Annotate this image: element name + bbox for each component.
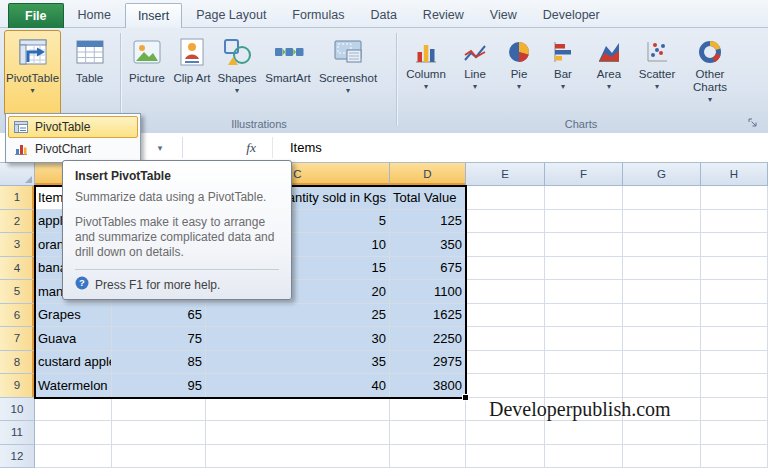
column-header-h[interactable]: H (701, 163, 768, 186)
cell-e12[interactable] (466, 445, 545, 469)
cell-f4[interactable] (545, 257, 623, 281)
column-button[interactable]: Column▾ (400, 30, 452, 116)
cell-c6[interactable]: 25 (206, 304, 390, 328)
cell-d4[interactable]: 675 (390, 257, 466, 281)
cell-e5[interactable] (466, 280, 545, 304)
scatter-button[interactable]: Scatter▾ (632, 30, 682, 116)
cell-b8[interactable]: 85 (112, 351, 206, 375)
cell-f6[interactable] (545, 304, 623, 328)
cell-h9[interactable] (701, 374, 768, 398)
table-button[interactable]: Table (61, 30, 118, 116)
picture-button[interactable]: Picture (124, 30, 170, 116)
menu-item-pivottable[interactable]: PivotTable (8, 116, 138, 138)
shapes-button[interactable]: Shapes▾ (214, 30, 260, 116)
column-header-d[interactable]: D (390, 163, 466, 186)
smartart-button[interactable]: SmartArt (260, 30, 316, 116)
insert-function-button[interactable]: fx (238, 138, 264, 157)
cell-e8[interactable] (466, 351, 545, 375)
cell-a6[interactable]: Grapes (35, 304, 112, 328)
formula-input[interactable]: Items (290, 133, 322, 162)
cell-h6[interactable] (701, 304, 768, 328)
pivottable-button[interactable]: PivotTable▾ (4, 30, 61, 116)
cell-g11[interactable] (623, 421, 701, 445)
row-header-5[interactable]: 5 (0, 280, 35, 304)
cell-g5[interactable] (623, 280, 701, 304)
cell-g8[interactable] (623, 351, 701, 375)
fill-handle[interactable] (462, 394, 469, 401)
cell-b11[interactable] (112, 421, 206, 445)
column-header-f[interactable]: F (545, 163, 623, 186)
other-charts-button[interactable]: Other Charts▾ (682, 30, 738, 116)
row-header-10[interactable]: 10 (0, 398, 35, 422)
row-header-11[interactable]: 11 (0, 421, 35, 445)
cell-e1[interactable] (466, 186, 545, 210)
screenshot-button[interactable]: Screenshot▾ (316, 30, 380, 116)
bar-button[interactable]: Bar▾ (540, 30, 586, 116)
column-header-g[interactable]: G (623, 163, 701, 186)
cell-e4[interactable] (466, 257, 545, 281)
cell-d8[interactable]: 2975 (390, 351, 466, 375)
cell-c8[interactable]: 35 (206, 351, 390, 375)
cell-f12[interactable] (545, 445, 623, 469)
line-button[interactable]: Line▾ (452, 30, 498, 116)
cell-f7[interactable] (545, 327, 623, 351)
cell-e7[interactable] (466, 327, 545, 351)
cell-f9[interactable] (545, 374, 623, 398)
select-all-corner[interactable] (0, 163, 35, 186)
cell-e3[interactable] (466, 233, 545, 257)
cell-a10[interactable] (35, 398, 112, 422)
cell-d1[interactable]: Total Value (390, 186, 466, 210)
cell-d11[interactable] (390, 421, 466, 445)
cell-g3[interactable] (623, 233, 701, 257)
row-header-2[interactable]: 2 (0, 210, 35, 234)
cell-h8[interactable] (701, 351, 768, 375)
cell-d5[interactable]: 1100 (390, 280, 466, 304)
tab-home[interactable]: Home (66, 3, 123, 27)
cell-d9[interactable]: 3800 (390, 374, 466, 398)
cell-d2[interactable]: 125 (390, 210, 466, 234)
cell-e2[interactable] (466, 210, 545, 234)
cell-e11[interactable] (466, 421, 545, 445)
cell-f11[interactable] (545, 421, 623, 445)
cell-f8[interactable] (545, 351, 623, 375)
cell-h5[interactable] (701, 280, 768, 304)
cell-a7[interactable]: Guava (35, 327, 112, 351)
cell-d6[interactable]: 1625 (390, 304, 466, 328)
menu-item-pivotchart[interactable]: PivotChart (8, 138, 138, 160)
cell-b9[interactable]: 95 (112, 374, 206, 398)
column-header-e[interactable]: E (466, 163, 545, 186)
cell-c10[interactable] (206, 398, 390, 422)
cell-c9[interactable]: 40 (206, 374, 390, 398)
cell-a11[interactable] (35, 421, 112, 445)
row-header-1[interactable]: 1 (0, 186, 35, 210)
cell-h2[interactable] (701, 210, 768, 234)
cell-f1[interactable] (545, 186, 623, 210)
row-header-4[interactable]: 4 (0, 257, 35, 281)
cell-e9[interactable] (466, 374, 545, 398)
row-header-9[interactable]: 9 (0, 374, 35, 398)
cell-f5[interactable] (545, 280, 623, 304)
cell-h7[interactable] (701, 327, 768, 351)
row-header-7[interactable]: 7 (0, 327, 35, 351)
cell-a8[interactable]: custard apple (35, 351, 112, 375)
cell-h4[interactable] (701, 257, 768, 281)
cell-h1[interactable] (701, 186, 768, 210)
tab-view[interactable]: View (478, 3, 529, 27)
cell-f3[interactable] (545, 233, 623, 257)
tab-review[interactable]: Review (411, 3, 476, 27)
cell-c11[interactable] (206, 421, 390, 445)
cell-b7[interactable]: 75 (112, 327, 206, 351)
row-header-8[interactable]: 8 (0, 351, 35, 375)
area-button[interactable]: Area▾ (586, 30, 632, 116)
cell-h10[interactable] (701, 398, 768, 422)
tab-data[interactable]: Data (358, 3, 408, 27)
cell-g7[interactable] (623, 327, 701, 351)
cell-h12[interactable] (701, 445, 768, 469)
name-box-dropdown-icon[interactable]: ▾ (150, 139, 170, 156)
cell-f2[interactable] (545, 210, 623, 234)
tab-developer[interactable]: Developer (531, 3, 612, 27)
cell-g9[interactable] (623, 374, 701, 398)
cell-c12[interactable] (206, 445, 390, 469)
cell-g4[interactable] (623, 257, 701, 281)
tab-insert[interactable]: Insert (125, 3, 182, 28)
